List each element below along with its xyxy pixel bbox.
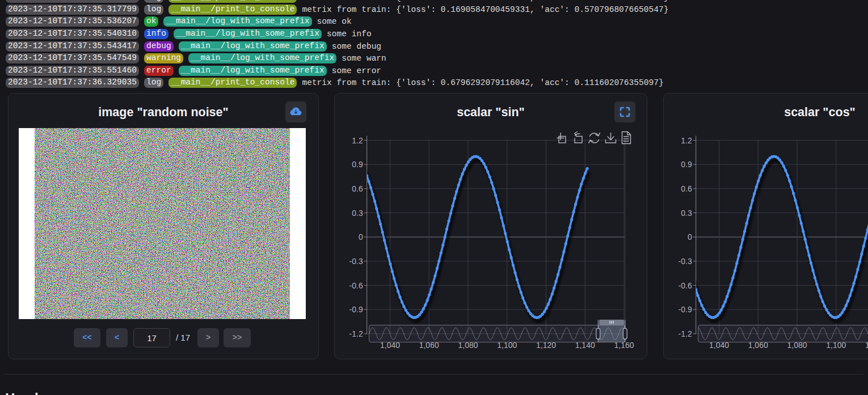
svg-text:0: 0 [359,232,363,241]
svg-text:1.2: 1.2 [352,135,363,145]
svg-text:-0.6: -0.6 [679,281,692,290]
svg-text:0.3: 0.3 [681,208,692,217]
svg-text:-0.3: -0.3 [679,256,692,265]
svg-text:-0.6: -0.6 [349,281,363,290]
svg-text:1.2: 1.2 [681,135,692,145]
svg-text:-1.2: -1.2 [349,329,363,338]
svg-text:-0.9: -0.9 [349,305,363,314]
svg-text:0: 0 [688,232,692,241]
svg-text:0.6: 0.6 [681,184,692,193]
svg-text:-1.2: -1.2 [679,329,692,338]
svg-text:0.9: 0.9 [352,160,363,169]
svg-text:-0.9: -0.9 [679,305,692,314]
svg-text:0.9: 0.9 [681,160,692,169]
svg-text:0.3: 0.3 [352,208,363,217]
svg-text:0.6: 0.6 [352,184,363,193]
svg-text:-0.3: -0.3 [349,256,363,265]
